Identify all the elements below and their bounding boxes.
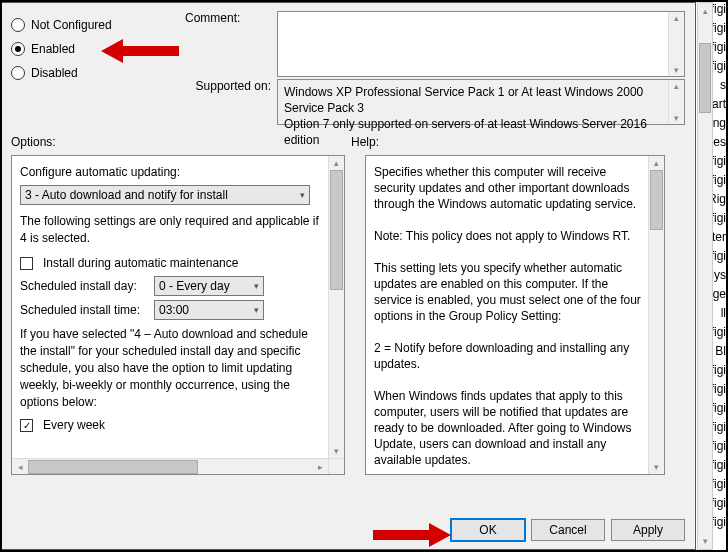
background-scrollbar[interactable]: ▴ ▾ [697,2,713,550]
checkbox-icon [20,257,33,270]
help-heading: Help: [351,135,379,149]
comment-label: Comment: [185,11,271,77]
comment-scrollbar[interactable]: ▴ ▾ [668,12,684,76]
checkbox-label: Every week [43,417,105,434]
policy-dialog: Not Configured Enabled Disabled Comment:… [0,2,696,550]
scroll-up-icon[interactable]: ▴ [329,156,344,170]
supported-on-label: Supported on: [185,79,271,125]
options-pane: Configure automatic updating: 3 - Auto d… [11,155,345,475]
supported-on-text: Windows XP Professional Service Pack 1 o… [277,79,685,125]
scroll-down-icon[interactable]: ▾ [674,112,679,124]
scroll-down-icon[interactable]: ▾ [674,64,679,76]
scroll-left-icon[interactable]: ◂ [12,462,28,472]
chevron-down-icon: ▾ [254,302,259,319]
scroll-right-icon[interactable]: ▸ [312,462,328,472]
scroll-thumb[interactable] [699,43,711,113]
options-vscrollbar[interactable]: ▴ ▾ [328,156,344,458]
scroll-down-icon[interactable]: ▾ [698,533,712,549]
annotation-arrow-enabled [101,35,181,67]
scroll-thumb[interactable] [330,170,343,290]
ok-button[interactable]: OK [451,519,525,541]
comment-textarea[interactable]: ▴ ▾ [277,11,685,77]
dropdown-value: 3 - Auto download and notify for install [25,187,228,204]
radio-not-configured[interactable]: Not Configured [11,13,173,37]
checkbox-icon [20,419,33,432]
svg-marker-0 [101,39,179,63]
every-week-checkbox[interactable]: Every week [20,417,326,434]
config-updating-label: Configure automatic updating: [20,164,326,181]
scheduled-time-dropdown[interactable]: 03:00 ▾ [154,300,264,320]
config-updating-dropdown[interactable]: 3 - Auto download and notify for install… [20,185,310,205]
radio-label: Enabled [31,42,75,56]
scheduled-time-label: Scheduled install time: [20,302,148,319]
radio-icon [11,42,25,56]
install-during-maintenance-checkbox[interactable]: Install during automatic maintenance [20,255,326,272]
chevron-down-icon: ▾ [254,278,259,295]
scroll-up-icon[interactable]: ▴ [698,3,712,19]
radio-label: Disabled [31,66,78,80]
supported-scrollbar[interactable]: ▴ ▾ [668,80,684,124]
help-vscrollbar[interactable]: ▴ ▾ [648,156,664,474]
cancel-button[interactable]: Cancel [531,519,605,541]
scheduled-day-label: Scheduled install day: [20,278,148,295]
scroll-up-icon[interactable]: ▴ [649,156,664,170]
radio-icon [11,66,25,80]
chevron-down-icon: ▾ [300,187,305,204]
scroll-up-icon[interactable]: ▴ [674,12,679,24]
dropdown-value: 0 - Every day [159,278,230,295]
radio-icon [11,18,25,32]
apply-button[interactable]: Apply [611,519,685,541]
scroll-down-icon[interactable]: ▾ [329,444,344,458]
scroll-thumb[interactable] [650,170,663,230]
scroll-up-icon[interactable]: ▴ [674,80,679,92]
scroll-thumb[interactable] [28,460,198,474]
help-text: Specifies whether this computer will rec… [366,156,664,475]
scroll-corner [328,458,344,474]
schedule-note: If you have selected "4 – Auto download … [20,326,326,411]
dropdown-value: 03:00 [159,302,189,319]
annotation-arrow-ok [371,519,451,551]
scroll-down-icon[interactable]: ▾ [649,460,664,474]
svg-marker-1 [373,523,451,547]
scheduled-day-dropdown[interactable]: 0 - Every day ▾ [154,276,264,296]
checkbox-label: Install during automatic maintenance [43,255,238,272]
radio-label: Not Configured [31,18,112,32]
settings-note: The following settings are only required… [20,213,326,247]
help-pane: Specifies whether this computer will rec… [365,155,665,475]
options-hscrollbar[interactable]: ◂ ▸ [12,458,328,474]
